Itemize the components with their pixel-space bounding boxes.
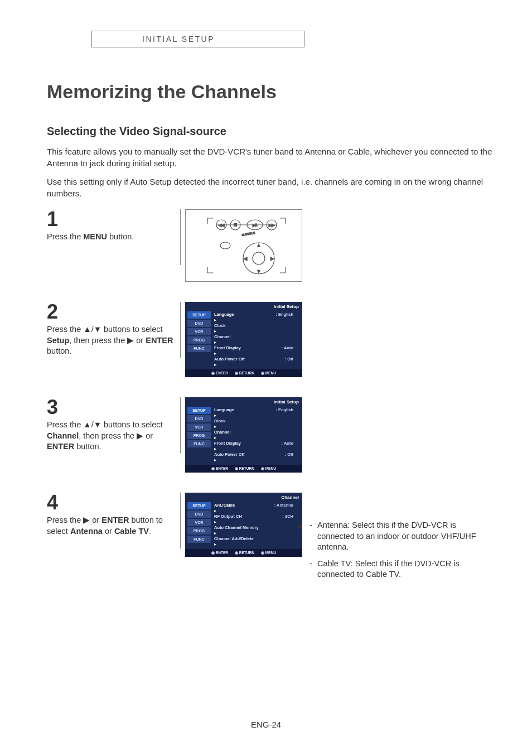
caret-icon: ▸ [214,508,216,513]
step-3: 3 Press the ▲/▼ buttons to select Channe… [47,397,499,473]
osd-footer-enter: ◉ ENTER [211,551,228,555]
osd-item-label: Ant./Cable [214,503,235,508]
osd-footer-enter: ◉ ENTER [211,371,228,375]
step-4-figure: Channel SETUP DVD VCR PROG FUNC Ant./Cab… [181,493,303,557]
updown-icon: ▲/▼ [83,325,101,334]
right-arrow-icon: ▶ [137,431,143,440]
osd-list: Ant./Cable: Antenna▸ RF Output CH: 3CH▸ … [211,502,300,547]
osd-tabs: SETUP DVD VCR PROG FUNC [187,502,211,547]
caret-icon: ▸ [214,362,216,367]
osd-item-label: Clock [214,418,225,423]
pointer-arrow-icon: ◀ [296,521,302,532]
step-2: 2 Press the ▲/▼ buttons to select Setup,… [47,302,499,377]
svg-point-9 [220,242,230,249]
osd-footer-menu: ◉ MENU [261,371,276,375]
osd-item-label: Language [214,407,234,412]
caret-icon: ▸ [214,519,216,524]
side-notes: ◀ -Antenna: Select this if the DVD-VCR i… [309,520,488,586]
osd-footer-enter: ◉ ENTER [211,466,228,471]
osd-footer-return: ◉ RETURN [235,466,254,471]
text: Press the [47,516,83,524]
osd-item-value: : Off [285,452,299,457]
osd-item-value: : English [275,312,299,317]
text: button. [74,442,101,451]
updown-icon: ▲/▼ [83,420,101,429]
osd-tab-setup: SETUP [187,311,211,319]
text: or [143,431,153,440]
text: . [149,527,151,536]
step-2-figure: Initial Setup SETUP DVD VCR PROG FUNC La… [181,302,303,377]
osd-item-label: Auto Power Off [214,357,245,362]
osd-tabs: SETUP DVD VCR PROG FUNC [187,407,211,463]
page-subtitle: Selecting the Video Signal-source [47,125,499,138]
osd-tab-prog: PROG [187,527,211,535]
osd-tab-prog: PROG [187,336,211,344]
osd-item-label: Auto Power Off [214,452,245,457]
remote-illustration: ◀◀ ▶II ▶▶ SUBTITLE [185,209,302,282]
step-3-figure: Initial Setup SETUP DVD VCR PROG FUNC La… [181,397,303,473]
osd-tab-func: FUNC [187,345,211,352]
text: or [103,527,114,536]
text: or [90,516,101,524]
step-1: 1 Press the MENU button. ◀◀ ▶II ▶▶ [47,209,499,282]
bold-text: ENTER [146,336,173,345]
osd-item-value: : Auto [282,345,299,350]
osd-item-label: Language [214,312,234,317]
label: MENU [265,551,276,555]
step-1-figure: ◀◀ ▶II ▶▶ SUBTITLE [181,209,303,282]
note-cable: Cable TV: Select this if the DVD-VCR is … [317,558,488,580]
osd-tab-dvd: DVD [187,415,211,422]
osd-title: Initial Setup [185,398,302,406]
osd-item-value: : 3CH [282,514,299,519]
bold-text: Channel [47,431,79,440]
caret-icon: ▸ [214,317,216,322]
caret-icon: ▸ [214,435,216,440]
osd-footer-return: ◉ RETURN [235,371,254,375]
osd-screenshot-setup: Initial Setup SETUP DVD VCR PROG FUNC La… [185,302,302,377]
svg-text:▶: ▶ [270,256,274,261]
dash-icon: - [309,558,317,580]
step-number: 4 [47,493,175,513]
caret-icon: ▸ [214,413,216,418]
caret-icon: ▸ [214,458,216,463]
osd-footer: ◉ ENTER ◉ RETURN ◉ MENU [185,465,302,473]
label: ENTER [216,371,228,375]
step-1-text: 1 Press the MENU button. [47,209,181,265]
osd-item-label: Channel [214,334,231,339]
osd-tab-vcr: VCR [187,328,211,335]
text: Press the [47,420,83,429]
caret-icon: ▸ [214,542,216,547]
svg-text:◀: ◀ [244,256,248,261]
bold-text: ENTER [101,516,129,524]
osd-tab-func: FUNC [187,440,211,447]
osd-tab-vcr: VCR [187,423,211,431]
page-title: Memorizing the Channels [47,81,499,103]
osd-footer-menu: ◉ MENU [261,466,276,471]
osd-item-label: Channel Add/Delete [214,536,254,541]
osd-item-label: Channel [214,430,231,435]
text: or [134,336,146,345]
osd-item-label: Clock [214,323,225,328]
bold-text: Antenna [70,527,103,536]
text: buttons to select [101,325,163,334]
text: button. [107,232,134,241]
osd-title: Channel [185,494,302,501]
osd-title: Initial Setup [185,303,302,310]
text: button. [47,346,71,355]
dash-icon: - [309,520,317,553]
step-number: 1 [47,209,175,229]
label: ENTER [216,551,228,555]
caret-icon: ▸ [214,531,216,536]
page-footer: ENG-24 [0,720,532,729]
osd-item-value: : Off [285,357,299,362]
text: , then press the [69,336,127,345]
osd-footer: ◉ ENTER ◉ RETURN ◉ MENU [185,549,302,557]
step-number: 3 [47,397,175,417]
osd-footer-menu: ◉ MENU [261,551,276,555]
osd-item-label: Front Display [214,441,241,446]
bold-text: ENTER [47,442,74,451]
bold-text: Cable TV [114,527,149,536]
osd-tabs: SETUP DVD VCR PROG FUNC [187,311,211,367]
svg-point-11 [253,252,265,264]
osd-item-value: : Auto [282,441,299,446]
